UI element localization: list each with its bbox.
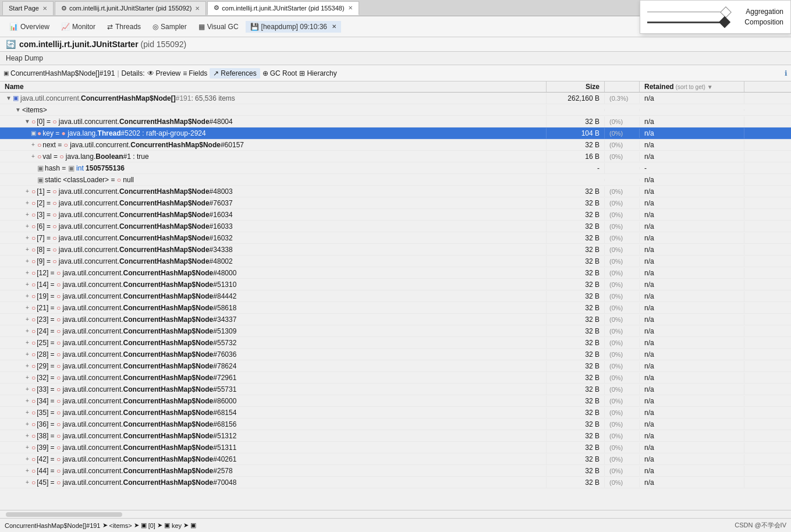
tab-start-page-close[interactable]: ✕ xyxy=(42,5,47,12)
item-circle-icon: ○ xyxy=(31,339,36,347)
info-icon[interactable]: ℹ xyxy=(785,69,788,77)
monitor-button[interactable]: 📈 Monitor xyxy=(56,21,100,33)
table-row[interactable]: + ○ [36] = ○ java.util.concurrent.Concur… xyxy=(0,418,791,430)
tab-pid-155092-close[interactable]: ✕ xyxy=(195,5,200,12)
td-extra-item xyxy=(744,446,791,449)
expand-item[interactable]: + xyxy=(23,258,31,264)
table-row[interactable]: + ○ [23] = ○ java.util.concurrent.Concur… xyxy=(0,314,791,325)
sampler-button[interactable]: ◎ Sampler xyxy=(148,21,191,33)
expand-item[interactable]: + xyxy=(23,467,31,474)
expand-item[interactable]: + xyxy=(23,363,31,369)
expand-item[interactable]: + xyxy=(23,339,31,346)
expand-item[interactable]: + xyxy=(23,421,31,427)
table-row[interactable]: ▼ ○ [0] = ○ java.util.concurrent.Concurr… xyxy=(0,116,791,127)
table-row[interactable]: + ○ [39] = ○ java.util.concurrent.Concur… xyxy=(0,442,791,453)
td-extra-item xyxy=(744,295,791,297)
crumb-node-array[interactable]: ▣ ConcurrentHashMap$Node[]#191 xyxy=(3,69,115,77)
table-row[interactable]: + ○ [21] = ○ java.util.concurrent.Concur… xyxy=(0,302,791,314)
table-row[interactable]: + ○ [19] = ○ java.util.concurrent.Concur… xyxy=(0,290,791,302)
table-row[interactable]: + ○ [7] = ○ java.util.concurrent.Concurr… xyxy=(0,232,791,244)
heapdump-button[interactable]: 💾 [heapdump] 09:10:36 ✕ xyxy=(246,21,341,33)
expand-item[interactable]: + xyxy=(23,211,31,218)
th-retained[interactable]: Retained (sort to get) ▼ xyxy=(640,81,744,92)
scroll-thumb[interactable] xyxy=(6,512,122,517)
table-row[interactable]: + ○ [28] = ○ java.util.concurrent.Concur… xyxy=(0,349,791,360)
tab-start-page[interactable]: Start Page ✕ xyxy=(2,1,54,15)
tab-pid-155348-close[interactable]: ✕ xyxy=(348,5,353,11)
status-breadcrumb: ConcurrentHashMap$Node[]#191 ➤ <items> ➤… xyxy=(5,522,732,529)
expand-item[interactable]: + xyxy=(23,281,31,288)
expand-item[interactable]: + xyxy=(23,432,31,439)
expand-key[interactable]: ▣ xyxy=(29,130,37,136)
table-row[interactable]: + ○ [1] = ○ java.util.concurrent.Concurr… xyxy=(0,186,791,197)
table-row[interactable]: + ○ [38] = ○ java.util.concurrent.Concur… xyxy=(0,430,791,442)
table-row[interactable]: + ○ next = ○ java.util.concurrent.Concur… xyxy=(0,139,791,151)
table-row[interactable]: + ○ [32] = ○ java.util.concurrent.Concur… xyxy=(0,372,791,384)
crumb-hierarchy[interactable]: ⊞ Hierarchy xyxy=(299,69,336,77)
table-row[interactable]: + ○ [44] = ○ java.util.concurrent.Concur… xyxy=(0,465,791,477)
table-row[interactable]: + ○ [2] = ○ java.util.concurrent.Concurr… xyxy=(0,197,791,209)
expand-item[interactable]: + xyxy=(23,269,31,276)
tab-pid-155348[interactable]: ⚙ com.intellij.rt.junit.JUnitStarter (pi… xyxy=(207,1,359,15)
th-name[interactable]: Name xyxy=(0,81,547,92)
expand-item[interactable]: + xyxy=(23,328,31,334)
expand-items[interactable]: ▼ xyxy=(14,107,22,113)
table-row[interactable]: + ○ [8] = ○ java.util.concurrent.Concurr… xyxy=(0,244,791,256)
table-row[interactable]: + ○ val = ○ java.lang.Boolean#1 : true 1… xyxy=(0,151,791,162)
table-row[interactable]: + ○ [45] = ○ java.util.concurrent.Concur… xyxy=(0,477,791,488)
expand-item[interactable]: + xyxy=(23,223,31,229)
expand-next[interactable]: + xyxy=(29,141,37,148)
expand-0[interactable]: ▼ xyxy=(23,118,31,125)
table-row[interactable]: + ○ [12] = ○ java.util.concurrent.Concur… xyxy=(0,267,791,279)
expand-item[interactable]: + xyxy=(23,200,31,206)
expand-item[interactable]: + xyxy=(23,351,31,357)
expand-item[interactable]: + xyxy=(23,374,31,381)
table-row[interactable]: ▣ static <classLoader> = ○ null n/a xyxy=(0,174,791,186)
expand-item[interactable]: + xyxy=(23,444,31,451)
table-row[interactable]: + ○ [24] = ○ java.util.concurrent.Concur… xyxy=(0,325,791,337)
td-retained-item: n/a xyxy=(640,384,744,395)
td-pct-item: (0%) xyxy=(605,455,640,464)
table-row[interactable]: ▼ <items> xyxy=(0,104,791,116)
refresh-icon[interactable]: 🔄 xyxy=(6,40,16,49)
threads-button[interactable]: ⇄ Threads xyxy=(102,21,146,33)
table-row[interactable]: + ○ [14] = ○ java.util.concurrent.Concur… xyxy=(0,279,791,290)
expand-item[interactable]: + xyxy=(23,386,31,392)
table-row[interactable]: ▼ ▣ java.util.concurrent.ConcurrentHashM… xyxy=(0,93,791,104)
expand-item[interactable]: + xyxy=(23,456,31,462)
heapdump-close[interactable]: ✕ xyxy=(332,23,336,30)
td-name-item-19: + ○ [19] = ○ java.util.concurrent.Concur… xyxy=(0,291,547,302)
table-row[interactable]: + ○ [3] = ○ java.util.concurrent.Concurr… xyxy=(0,209,791,221)
table-row[interactable]: + ○ [33] = ○ java.util.concurrent.Concur… xyxy=(0,384,791,395)
expand-item[interactable]: + xyxy=(23,409,31,416)
expand-item[interactable]: + xyxy=(23,398,31,404)
table-row[interactable]: + ○ [42] = ○ java.util.concurrent.Concur… xyxy=(0,453,791,465)
th-size[interactable]: Size xyxy=(547,81,605,92)
table-row[interactable]: + ○ [6] = ○ java.util.concurrent.Concurr… xyxy=(0,221,791,232)
expand-item[interactable]: + xyxy=(23,235,31,241)
crumb-fields[interactable]: ≡ Fields xyxy=(183,69,207,77)
tab-pid-155092[interactable]: ⚙ com.intellij.rt.junit.JUnitStarter (pi… xyxy=(55,1,206,15)
expand-item[interactable]: + xyxy=(23,188,31,194)
table-row[interactable]: + ○ [35] = ○ java.util.concurrent.Concur… xyxy=(0,407,791,418)
visual-gc-button[interactable]: ▦ Visual GC xyxy=(194,21,243,33)
table-row[interactable]: + ○ [25] = ○ java.util.concurrent.Concur… xyxy=(0,337,791,349)
expand-root[interactable]: ▼ xyxy=(5,95,13,101)
expand-val[interactable]: + xyxy=(29,153,37,159)
expand-item[interactable]: + xyxy=(23,246,31,253)
table-row[interactable]: + ○ [34] = ○ java.util.concurrent.Concur… xyxy=(0,395,791,407)
scrollbar-horizontal[interactable] xyxy=(0,510,791,518)
expand-item[interactable]: + xyxy=(23,293,31,299)
table-row[interactable]: + ○ [9] = ○ java.util.concurrent.Concurr… xyxy=(0,256,791,267)
expand-item[interactable]: + xyxy=(23,304,31,311)
crumb-references[interactable]: ↗ References xyxy=(210,68,260,79)
table-row[interactable]: + ○ [29] = ○ java.util.concurrent.Concur… xyxy=(0,360,791,372)
overview-button[interactable]: 📊 Overview xyxy=(5,21,54,33)
table-row[interactable]: ▣ hash = ▣ int 1505755136 - - xyxy=(0,162,791,174)
crumb-preview[interactable]: 👁 Preview xyxy=(147,69,181,77)
table-row-selected[interactable]: ▣ ● key = ● java.lang.Thread#5202 : raft… xyxy=(0,127,791,139)
td-retained-item: n/a xyxy=(640,314,744,325)
expand-item[interactable]: + xyxy=(23,479,31,485)
expand-item[interactable]: + xyxy=(23,316,31,322)
crumb-gc-root[interactable]: ⊕ GC Root xyxy=(263,69,297,77)
